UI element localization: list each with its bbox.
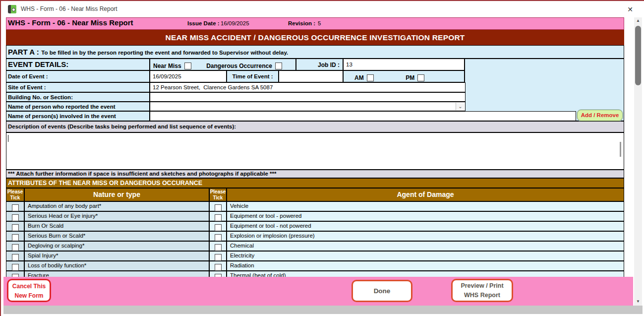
issue-date-label: Issue Date :: [187, 20, 220, 26]
window-title: WHS - Form - 06 - Near Miss Report: [21, 1, 117, 17]
title-bar: WHS - Form - 06 - Near Miss Report ✕: [1, 1, 643, 17]
nature-tick-cell: [6, 211, 24, 221]
nature-tick-cell: [6, 231, 24, 241]
agent-cell: Equipment or tool - not powered: [227, 221, 624, 231]
tick-column-header-left: Please Tick: [6, 188, 24, 201]
time-of-event-label: Time of Event :: [227, 70, 279, 82]
pm-option: PM: [406, 74, 424, 81]
revision-value: 5: [318, 20, 321, 26]
event-details-label: EVENT DETAILS:: [6, 59, 150, 70]
dangerous-occurrence-option: Dangerous Occurrence: [206, 63, 282, 69]
nature-tick-cell: [6, 221, 24, 231]
nature-checkbox[interactable]: [12, 244, 19, 251]
add-remove-button[interactable]: Add / Remove: [577, 110, 623, 121]
issue-date-value: 16/09/2025: [221, 20, 249, 26]
agent-tick-cell: [209, 261, 227, 271]
agent-tick-cell: [209, 251, 227, 261]
close-icon[interactable]: ✕: [624, 3, 637, 15]
am-option: AM: [354, 74, 374, 81]
nature-checkbox[interactable]: [12, 254, 19, 261]
agent-cell: Equipment or tool - powered: [227, 211, 624, 221]
scrollbar-thumb[interactable]: [635, 26, 641, 85]
description-scrollbar[interactable]: [620, 142, 621, 157]
nature-tick-cell: [6, 271, 24, 277]
nature-checkbox[interactable]: [12, 204, 19, 211]
chevron-down-icon[interactable]: ⌄: [456, 103, 465, 110]
nature-checkbox[interactable]: [12, 214, 19, 221]
job-id-field[interactable]: 13: [343, 59, 465, 70]
nature-cell: Amputation of any body part*: [24, 201, 209, 211]
time-of-event-field[interactable]: [279, 70, 343, 82]
nature-column-header: Nature or type: [24, 188, 209, 201]
preview-print-button[interactable]: Preview / Print WHS Report: [451, 279, 513, 302]
building-section-label: Building No. or Section:: [6, 92, 150, 102]
part-a-label: PART A :: [8, 48, 39, 56]
agent-checkbox[interactable]: [215, 234, 222, 241]
nature-cell: Loss of bodily function*: [24, 261, 209, 271]
near-miss-option: Near Miss: [153, 63, 191, 69]
involved-names-label: Name of person(s) involved in the event: [6, 111, 150, 121]
description-header: Description of events (Describe tasks be…: [6, 121, 624, 132]
nature-checkbox[interactable]: [12, 224, 19, 231]
dangerous-occurrence-label: Dangerous Occurrence: [206, 63, 272, 69]
nature-checkbox[interactable]: [12, 234, 19, 241]
date-of-event-label: Date of Event :: [6, 70, 150, 82]
near-miss-checkbox[interactable]: [184, 63, 191, 69]
nature-cell: Degloving or scalping*: [24, 241, 209, 251]
scroll-up-icon[interactable]: ▲: [634, 18, 642, 23]
agent-checkbox[interactable]: [215, 254, 222, 261]
agent-cell: Chemical: [227, 241, 624, 251]
agent-tick-cell: [209, 211, 227, 221]
date-of-event-field[interactable]: 16/09/2025: [150, 70, 227, 82]
agent-cell: Radiation: [227, 261, 624, 271]
attach-note: *** Attach further information if space …: [6, 170, 624, 178]
text-cursor: [8, 135, 8, 142]
agent-checkbox[interactable]: [215, 244, 222, 251]
vertical-scrollbar[interactable]: ▲ ▼: [634, 17, 642, 306]
nature-tick-cell: [6, 201, 24, 211]
pm-checkbox[interactable]: [417, 74, 424, 81]
agent-checkbox[interactable]: [215, 224, 222, 231]
app-icon: [8, 5, 16, 13]
agent-cell: Thermal (heat of cold): [227, 271, 624, 277]
agent-checkbox[interactable]: [215, 214, 222, 221]
building-section-field[interactable]: [150, 92, 466, 102]
reporter-name-combobox[interactable]: ⌄: [150, 102, 466, 111]
agent-cell: Vehicle: [227, 201, 624, 211]
nature-cell: Serious Burn or Scald*: [24, 231, 209, 241]
app-window: WHS - Form - 06 - Near Miss Report ✕ WHS…: [0, 0, 644, 316]
revision-label: Revision :: [288, 20, 315, 26]
description-textarea[interactable]: [6, 132, 624, 170]
agent-tick-cell: [209, 221, 227, 231]
nature-tick-cell: [6, 261, 24, 271]
attributes-section-header: ATTRIBUTES OF THE NEAR MISS OR DANGEROUS…: [6, 178, 624, 188]
tick-column-header-right: Please Tick: [209, 188, 227, 201]
agent-column-header: Agent of Damage: [227, 188, 624, 201]
cancel-form-button[interactable]: Cancel This New Form: [7, 279, 51, 302]
site-of-event-label: Site of Event :: [6, 82, 150, 92]
reporter-name-label: Name of person who reported the event: [6, 102, 150, 111]
nature-checkbox[interactable]: [12, 264, 19, 271]
pm-label: PM: [406, 74, 414, 81]
am-label: AM: [354, 74, 364, 81]
involved-names-field[interactable]: [150, 111, 576, 121]
am-checkbox[interactable]: [367, 74, 374, 81]
agent-checkbox[interactable]: [215, 204, 222, 211]
agent-tick-cell: [209, 241, 227, 251]
dangerous-occurrence-checkbox[interactable]: [275, 63, 282, 69]
agent-cell: Electricity: [227, 251, 624, 261]
am-pm-cell: AM PM: [343, 70, 465, 82]
event-type-cell: Near Miss Dangerous Occurrence: [150, 59, 296, 70]
job-id-label: Job ID :: [296, 59, 343, 70]
form-header: WHS - Form - 06 - Near Miss Report Issue…: [6, 17, 624, 30]
site-of-event-field[interactable]: 12 Pearson Street, Clarence Gardens SA 5…: [150, 82, 466, 92]
horizontal-scrollbar[interactable]: [3, 306, 643, 314]
nature-tick-cell: [6, 251, 24, 261]
done-button[interactable]: Done: [351, 280, 412, 302]
report-banner-title: NEAR MISS ACCIDENT / DANGEROUS OCCURRENC…: [6, 30, 624, 45]
scroll-down-icon[interactable]: ▼: [634, 299, 642, 304]
agent-checkbox[interactable]: [215, 264, 222, 271]
form-body: WHS - Form - 06 - Near Miss Report Issue…: [6, 17, 624, 277]
agent-tick-cell: [209, 231, 227, 241]
part-a-instruction: To be filled in by the person reporting …: [41, 50, 288, 56]
